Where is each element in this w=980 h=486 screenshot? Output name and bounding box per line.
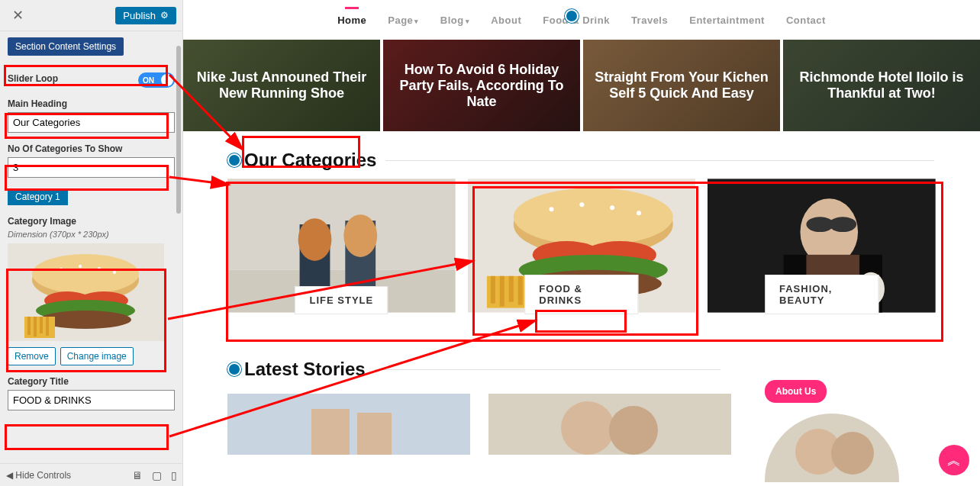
edit-pin-icon[interactable] <box>565 9 579 23</box>
nav-item-contact[interactable]: Contact <box>786 14 826 26</box>
hero-slider: Nike Just Announed Their New Running Sho… <box>183 40 980 131</box>
svg-point-6 <box>113 271 116 274</box>
category-image-preview[interactable] <box>8 243 164 341</box>
category-card-fashion-beauty[interactable]: FASHION, BEAUTY <box>708 179 936 313</box>
svg-point-28 <box>637 211 641 215</box>
category-label: LIFE STYLE <box>295 286 388 314</box>
sidebar-footer: ◀ Hide Controls 🖥 ▢ ▯ <box>0 463 183 486</box>
slider-loop-row: Slider Loop ON <box>8 72 175 88</box>
no-categories-label: No Of Categories To Show <box>8 143 175 154</box>
preview-pane: Home Page▾ Blog▾ About Food & Drink Trav… <box>183 0 980 486</box>
story-image <box>488 394 731 455</box>
our-categories-heading: Our Categories <box>244 150 376 171</box>
heading-divider <box>385 160 934 161</box>
desktop-icon[interactable]: 🖥 <box>132 469 143 481</box>
top-nav: Home Page▾ Blog▾ About Food & Drink Trav… <box>183 0 980 40</box>
svg-point-4 <box>79 265 82 268</box>
story-image <box>227 394 470 455</box>
svg-point-5 <box>98 267 101 270</box>
svg-rect-12 <box>27 317 31 335</box>
hide-controls-button[interactable]: ◀ Hide Controls <box>6 470 71 481</box>
category-label: FASHION, BEAUTY <box>765 275 878 314</box>
svg-rect-36 <box>508 276 513 302</box>
hero-card[interactable]: Straight From Your Kichen Self 5 Quick A… <box>583 40 780 131</box>
image-action-buttons: Remove Change image <box>8 347 175 365</box>
main-heading-label: Main Heading <box>8 98 175 109</box>
sidebar-scrollbar[interactable] <box>176 46 181 214</box>
svg-point-21 <box>343 214 377 257</box>
hero-card[interactable]: How To Avoid 6 Holiday Party Fails, Acco… <box>383 40 580 131</box>
section-content-settings-button[interactable]: Section Content Settings <box>8 37 124 56</box>
collapse-icon: ◀ <box>6 470 13 481</box>
hero-title: How To Avoid 6 Holiday Party Fails, Acco… <box>391 62 572 110</box>
category-title-row: Category Title <box>8 376 175 410</box>
customizer-sidebar: ✕ Publish ⚙ Section Content Settings Sli… <box>0 0 183 486</box>
svg-point-25 <box>549 207 553 211</box>
about-widget: About Us <box>765 380 920 482</box>
svg-rect-16 <box>227 179 456 269</box>
svg-rect-47 <box>357 413 392 455</box>
gear-icon: ⚙ <box>160 10 169 21</box>
main-heading-input[interactable] <box>8 112 175 133</box>
slider-loop-label: Slider Loop <box>8 73 58 84</box>
svg-point-2 <box>32 254 139 294</box>
category-title-input[interactable] <box>8 390 175 410</box>
heading-divider <box>375 369 720 370</box>
about-image <box>765 414 899 482</box>
publish-button[interactable]: Publish ⚙ <box>115 7 176 24</box>
tablet-icon[interactable]: ▢ <box>152 469 162 481</box>
about-us-button[interactable]: About Us <box>765 380 827 403</box>
slider-loop-toggle[interactable]: ON <box>138 72 175 88</box>
dimension-note: Dimension (370px * 230px) <box>8 230 175 239</box>
remove-button[interactable]: Remove <box>8 347 56 365</box>
category-1-button[interactable]: Category 1 <box>8 188 68 205</box>
hide-controls-label: Hide Controls <box>15 470 71 481</box>
no-categories-input[interactable] <box>8 157 175 178</box>
chevron-down-icon: ▾ <box>414 18 419 25</box>
chevron-up-icon: ︽ <box>947 451 961 469</box>
svg-rect-35 <box>499 276 504 307</box>
nav-item-home[interactable]: Home <box>337 14 366 26</box>
svg-rect-34 <box>491 276 495 304</box>
svg-point-42 <box>830 217 857 232</box>
svg-rect-46 <box>311 409 350 455</box>
edit-pin-icon[interactable] <box>227 153 241 167</box>
svg-rect-14 <box>40 317 43 333</box>
categories-row: LIFE STYLE FOOD & DRINKS <box>183 179 980 313</box>
nav-item-travels[interactable]: Travels <box>631 14 668 26</box>
close-icon[interactable]: ✕ <box>6 4 30 27</box>
hero-title: Straight From Your Kichen Self 5 Quick A… <box>591 69 772 101</box>
svg-point-26 <box>579 202 584 207</box>
nav-item-blog[interactable]: Blog▾ <box>440 14 469 26</box>
category-image-label: Category Image <box>8 216 175 227</box>
svg-point-24 <box>513 188 672 246</box>
nav-item-page[interactable]: Page▾ <box>388 14 419 26</box>
sidebar-body: Slider Loop ON Main Heading No Of Catego… <box>0 72 182 418</box>
scroll-top-fab[interactable]: ︽ <box>939 445 969 475</box>
svg-rect-37 <box>517 276 522 305</box>
category-label: FOOD & DRINKS <box>524 275 638 314</box>
hero-title: Richmonde Hotel Iloilo is Thankful at Tw… <box>791 69 972 101</box>
svg-point-50 <box>609 406 658 455</box>
nav-item-entertainment[interactable]: Entertaintment <box>689 14 765 26</box>
category-card-food-drinks[interactable]: FOOD & DRINKS <box>468 179 696 313</box>
mobile-icon[interactable]: ▯ <box>171 469 177 481</box>
hero-card[interactable]: Richmonde Hotel Iloilo is Thankful at Tw… <box>783 40 980 131</box>
nav-item-about[interactable]: About <box>491 14 521 26</box>
story-card[interactable] <box>227 394 470 455</box>
hero-title: Nike Just Announed Their New Running Sho… <box>191 69 372 101</box>
svg-point-53 <box>831 432 874 475</box>
main-heading-row: Main Heading <box>8 98 175 133</box>
edit-pin-icon[interactable] <box>227 362 241 376</box>
toggle-on-text: ON <box>143 76 154 85</box>
change-image-button[interactable]: Change image <box>60 347 134 365</box>
hero-card[interactable]: Nike Just Announed Their New Running Sho… <box>183 40 380 131</box>
category-card-lifestyle[interactable]: LIFE STYLE <box>227 179 456 313</box>
sidebar-topbar: ✕ Publish ⚙ <box>0 0 182 31</box>
publish-label: Publish <box>123 10 156 21</box>
toggle-knob <box>161 74 173 86</box>
svg-point-3 <box>60 268 63 271</box>
story-card[interactable] <box>488 394 731 455</box>
svg-rect-15 <box>46 317 49 336</box>
svg-point-27 <box>610 205 614 210</box>
